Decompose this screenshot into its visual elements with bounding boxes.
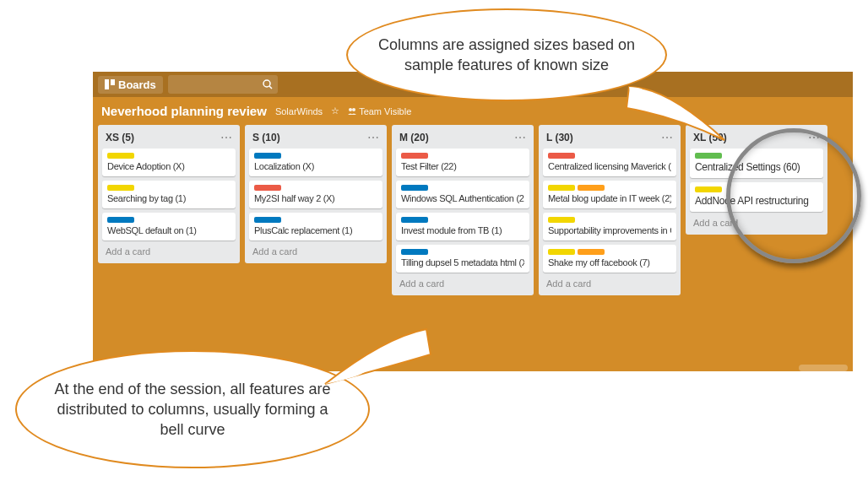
card[interactable]: Localization (X) bbox=[249, 149, 382, 176]
card-labels bbox=[548, 249, 671, 255]
card[interactable]: Centralized licensing Maverick (1) bbox=[543, 149, 676, 176]
label-orange bbox=[578, 185, 605, 191]
svg-rect-1 bbox=[111, 79, 115, 85]
card-labels bbox=[107, 153, 231, 159]
list: XS (5)⋯Device Adoption (X)Searching by t… bbox=[98, 125, 240, 263]
label-blue bbox=[254, 217, 281, 223]
boards-button[interactable]: Boards bbox=[98, 76, 163, 94]
svg-point-2 bbox=[263, 80, 270, 87]
card[interactable]: Test Filter (22) bbox=[396, 149, 529, 176]
svg-rect-0 bbox=[105, 79, 109, 89]
list-header: M (20)⋯ bbox=[396, 130, 529, 149]
label-blue bbox=[401, 249, 428, 255]
list-title[interactable]: M (20) bbox=[399, 132, 429, 143]
annotation-text: Columns are assigned sizes based on samp… bbox=[377, 35, 637, 76]
svg-point-5 bbox=[352, 108, 355, 111]
add-card-button[interactable]: Add a card bbox=[396, 277, 529, 290]
card[interactable]: PlusCalc replacement (1) bbox=[249, 213, 382, 240]
card[interactable]: Invest module from TB (1) bbox=[396, 213, 529, 240]
team-icon bbox=[348, 107, 356, 116]
card[interactable]: My2SI half way 2 (X) bbox=[249, 181, 382, 208]
card[interactable]: Device Adoption (X) bbox=[102, 149, 236, 176]
boards-label: Boards bbox=[118, 78, 156, 91]
card[interactable]: AddNode API restructuring bbox=[690, 182, 823, 212]
card-title: Invest module from TB (1) bbox=[401, 225, 524, 235]
card-title: Searching by tag (1) bbox=[107, 193, 231, 203]
list-menu-button[interactable]: ⋯ bbox=[808, 135, 820, 141]
card[interactable]: Windows SQL Authentication (20) bbox=[396, 181, 529, 208]
card-labels bbox=[695, 186, 818, 192]
list-title[interactable]: S (10) bbox=[252, 132, 280, 143]
card-title: Test Filter (22) bbox=[401, 161, 524, 171]
label-blue bbox=[401, 217, 428, 223]
label-yellow bbox=[548, 217, 575, 223]
label-green bbox=[695, 153, 722, 159]
card-labels bbox=[548, 153, 671, 159]
add-card-button[interactable]: Add a card bbox=[249, 245, 382, 258]
card-title: My2SI half way 2 (X) bbox=[254, 193, 377, 203]
search-icon bbox=[263, 79, 273, 89]
card-labels bbox=[254, 153, 377, 159]
label-yellow bbox=[107, 185, 134, 191]
card-labels bbox=[401, 217, 524, 223]
visibility-label: Team Visible bbox=[359, 106, 411, 116]
add-card-button[interactable]: Add a card bbox=[543, 277, 676, 290]
board-header: Neverhood planning review SolarWinds ☆ T… bbox=[93, 97, 853, 125]
label-yellow bbox=[107, 153, 134, 159]
card-title: PlusCalc replacement (1) bbox=[254, 225, 377, 235]
list-menu-button[interactable]: ⋯ bbox=[220, 135, 232, 141]
list-title[interactable]: L (30) bbox=[546, 132, 573, 143]
label-red bbox=[548, 153, 575, 159]
label-yellow bbox=[548, 249, 575, 255]
card[interactable]: WebSQL default on (1) bbox=[102, 213, 236, 240]
label-red bbox=[401, 153, 428, 159]
card[interactable]: Metal blog update in IT week (2) bbox=[543, 181, 676, 208]
card[interactable]: Supportability improvements in CX (8) bbox=[543, 213, 676, 240]
list-menu-button[interactable]: ⋯ bbox=[367, 135, 379, 141]
list-title[interactable]: XS (5) bbox=[106, 132, 134, 143]
search-input[interactable] bbox=[168, 75, 278, 94]
label-blue bbox=[107, 217, 134, 223]
list: L (30)⋯Centralized licensing Maverick (1… bbox=[539, 125, 681, 295]
add-card-button[interactable]: Add a card bbox=[690, 216, 823, 230]
label-yellow bbox=[695, 186, 722, 192]
card[interactable]: Tilling dupsel 5 metadata html (X) bbox=[396, 245, 529, 273]
label-yellow bbox=[548, 185, 575, 191]
card-title: Shake my off facebook (7) bbox=[548, 257, 671, 268]
card-title: Device Adoption (X) bbox=[107, 161, 231, 171]
visibility-button[interactable]: Team Visible bbox=[348, 106, 411, 116]
card[interactable]: Searching by tag (1) bbox=[102, 181, 236, 208]
card[interactable]: Shake my off facebook (7) bbox=[543, 245, 676, 273]
card-title: Windows SQL Authentication (20) bbox=[401, 193, 524, 203]
card-labels bbox=[107, 185, 231, 191]
card-title: AddNode API restructuring bbox=[695, 195, 818, 207]
star-button[interactable]: ☆ bbox=[331, 105, 339, 116]
board-org[interactable]: SolarWinds bbox=[275, 106, 323, 116]
label-red bbox=[254, 185, 281, 191]
card-labels bbox=[401, 249, 524, 255]
card-labels bbox=[695, 153, 818, 159]
card-labels bbox=[401, 185, 524, 191]
svg-point-4 bbox=[349, 108, 352, 111]
label-blue bbox=[401, 185, 428, 191]
card-labels bbox=[254, 185, 377, 191]
card-title: Centralized licensing Maverick (1) bbox=[548, 161, 671, 171]
bubble-tail-icon bbox=[625, 83, 735, 150]
card-title: Supportability improvements in CX (8) bbox=[548, 225, 671, 235]
list-menu-button[interactable]: ⋯ bbox=[514, 135, 526, 141]
add-card-button[interactable]: Add a card bbox=[102, 245, 236, 258]
label-orange bbox=[578, 249, 605, 255]
card-labels bbox=[254, 217, 377, 223]
card[interactable]: Centralized Settings (60) bbox=[690, 149, 823, 178]
boards-icon bbox=[105, 79, 115, 89]
annotation-text: At the end of the session, all features … bbox=[46, 379, 339, 440]
lists-container: XS (5)⋯Device Adoption (X)Searching by t… bbox=[93, 125, 853, 295]
list-header: XS (5)⋯ bbox=[102, 130, 236, 149]
horizontal-scrollbar[interactable] bbox=[799, 365, 848, 371]
list-header: S (10)⋯ bbox=[249, 130, 382, 149]
card-title: Metal blog update in IT week (2) bbox=[548, 193, 671, 203]
card-title: Centralized Settings (60) bbox=[695, 161, 818, 173]
card-title: WebSQL default on (1) bbox=[107, 225, 231, 235]
card-labels bbox=[548, 217, 671, 223]
label-blue bbox=[254, 153, 281, 159]
